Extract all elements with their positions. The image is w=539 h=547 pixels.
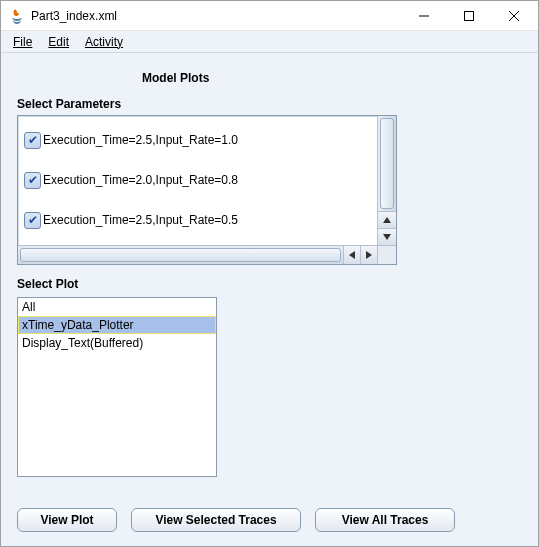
maximize-button[interactable]	[446, 1, 491, 30]
plot-option[interactable]: xTime_yData_Plotter	[18, 316, 216, 334]
parameters-panel: ✔ Execution_Time=2.5,Input_Rate=1.0 ✔ Ex…	[17, 115, 397, 265]
maximize-icon	[464, 11, 474, 21]
parameter-checkbox[interactable]: ✔	[24, 132, 41, 149]
svg-marker-4	[383, 217, 391, 223]
content-area: Model Plots Select Parameters ✔ Executio…	[1, 53, 538, 546]
java-icon	[9, 8, 25, 24]
chevron-left-icon	[348, 251, 356, 259]
scrollbar-corner	[377, 245, 396, 264]
page-title: Model Plots	[17, 65, 522, 97]
menubar: File Edit Activity	[1, 31, 538, 53]
menu-activity[interactable]: Activity	[79, 33, 129, 51]
select-plot-label: Select Plot	[17, 277, 522, 291]
svg-marker-6	[349, 251, 355, 259]
horizontal-scrollbar[interactable]	[18, 245, 377, 264]
button-row: View Plot View Selected Traces View All …	[17, 498, 522, 532]
menu-edit[interactable]: Edit	[42, 33, 75, 51]
minimize-button[interactable]	[401, 1, 446, 30]
parameter-checkbox[interactable]: ✔	[24, 212, 41, 229]
close-button[interactable]	[491, 1, 536, 30]
view-selected-traces-button[interactable]: View Selected Traces	[131, 508, 301, 532]
parameter-row: ✔ Execution_Time=2.5,Input_Rate=1.0	[22, 120, 373, 160]
view-plot-button[interactable]: View Plot	[17, 508, 117, 532]
window-controls	[401, 1, 536, 30]
window-title: Part3_index.xml	[31, 9, 401, 23]
vertical-scrollbar[interactable]	[377, 116, 396, 245]
svg-marker-7	[366, 251, 372, 259]
scroll-left-button[interactable]	[343, 246, 360, 264]
close-icon	[509, 11, 519, 21]
parameter-row: ✔ Execution_Time=2.0,Input_Rate=0.8	[22, 160, 373, 200]
parameters-list: ✔ Execution_Time=2.5,Input_Rate=1.0 ✔ Ex…	[18, 116, 377, 245]
chevron-up-icon	[383, 216, 391, 224]
parameter-checkbox[interactable]: ✔	[24, 172, 41, 189]
scroll-up-button[interactable]	[378, 211, 396, 228]
svg-marker-5	[383, 234, 391, 240]
scroll-down-button[interactable]	[378, 228, 396, 245]
svg-rect-1	[464, 11, 473, 20]
plot-listbox[interactable]: All xTime_yData_Plotter Display_Text(Buf…	[17, 297, 217, 477]
parameter-label: Execution_Time=2.5,Input_Rate=0.5	[43, 213, 238, 227]
parameter-label: Execution_Time=2.5,Input_Rate=1.0	[43, 133, 238, 147]
scroll-right-button[interactable]	[360, 246, 377, 264]
chevron-down-icon	[383, 233, 391, 241]
parameter-row: ✔ Execution_Time=2.5,Input_Rate=0.5	[22, 200, 373, 240]
app-window: Part3_index.xml File Edit Activity Model…	[0, 0, 539, 547]
titlebar: Part3_index.xml	[1, 1, 538, 31]
scrollbar-thumb[interactable]	[20, 248, 341, 262]
menu-file[interactable]: File	[7, 33, 38, 51]
scrollbar-thumb[interactable]	[380, 118, 394, 209]
select-parameters-label: Select Parameters	[17, 97, 522, 111]
chevron-right-icon	[365, 251, 373, 259]
minimize-icon	[419, 11, 429, 21]
view-all-traces-button[interactable]: View All Traces	[315, 508, 455, 532]
plot-option[interactable]: All	[18, 298, 216, 316]
parameter-label: Execution_Time=2.0,Input_Rate=0.8	[43, 173, 238, 187]
plot-option[interactable]: Display_Text(Buffered)	[18, 334, 216, 352]
